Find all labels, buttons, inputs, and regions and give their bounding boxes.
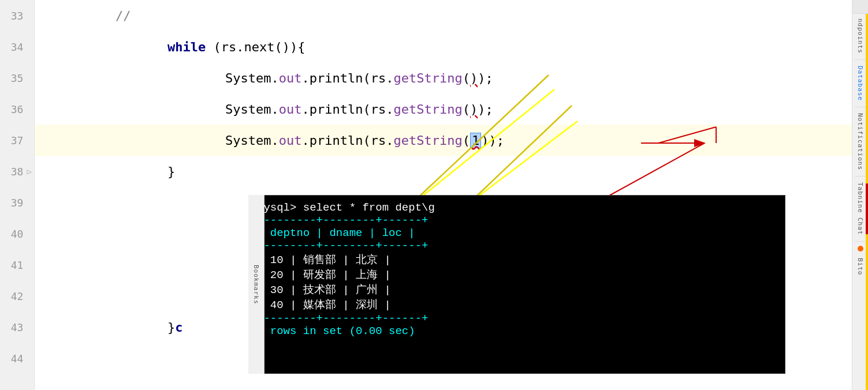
bookmarks-label: Bookmarks: [252, 265, 260, 305]
editor-container: ⚠3 △7 △2 ✓3 ∧∨ 33 34 35 36 37 38 ▷ 39 40…: [0, 0, 868, 390]
terminal-row-2: | 20 | 研发部 | 上海 |: [257, 267, 777, 282]
line-40: 40: [0, 218, 34, 249]
line-numbers: 33 34 35 36 37 38 ▷ 39 40 41 42 43 44: [0, 0, 35, 390]
terminal-footer: 4 rows in set (0.00 sec): [257, 325, 777, 337]
code-line-36: System.out.println(rs.getString());: [35, 93, 852, 125]
highlight-param: 1: [470, 133, 481, 148]
terminal-header: | deptno | dname | loc |: [257, 227, 777, 239]
code-line-38: }: [35, 156, 852, 187]
line-38: 38 ▷: [0, 156, 34, 187]
system-text-37: System.out.println(rs.getString(1));: [225, 133, 504, 148]
line-33: 33: [0, 0, 34, 31]
while-rest: (rs.next()){: [206, 40, 305, 54]
system-text-36: System.out.println(rs.getString());: [225, 102, 493, 117]
line-43: 43: [0, 312, 34, 343]
code-line-37: System.out.println(rs.getString(1));: [35, 125, 852, 156]
code-line-35: System.out.println(rs.getString());: [35, 62, 852, 93]
terminal-row-4: | 40 | 媒体部 | 深圳 |: [257, 297, 777, 312]
line-39: 39: [0, 187, 34, 218]
comment-text: //: [116, 9, 131, 23]
code-area: 手动提交事务 通过字段来拿 值 拿数据 // while (rs.next())…: [35, 0, 852, 390]
code-line-34: while (rs.next()){: [35, 31, 852, 62]
terminal-sep2: +--------+--------+------+: [257, 239, 777, 252]
line-36: 36: [0, 93, 34, 125]
bookmarks-strip: Bookmarks: [248, 195, 265, 374]
code-43-c: c: [175, 320, 182, 335]
terminal-window: mysql> select * from dept\g +--------+--…: [248, 195, 785, 374]
close-brace-43: }: [167, 320, 175, 335]
line-44: 44: [0, 343, 34, 374]
terminal-prompt-text: mysql> select * from dept\g: [257, 201, 435, 214]
terminal-row-3: | 30 | 技术部 | 广州 |: [257, 282, 777, 297]
sidebar-item-notifications[interactable]: Notifications: [855, 108, 865, 175]
line-34: 34: [0, 31, 34, 62]
code-line-33: //: [35, 0, 852, 31]
terminal-sep3: +--------+--------+------+: [257, 312, 777, 325]
system-text-35: System.out.println(rs.getString());: [225, 71, 493, 85]
line-42: 42: [0, 280, 34, 312]
sidebar-item-database[interactable]: Database: [855, 61, 865, 106]
terminal-prompt-line: mysql> select * from dept\g: [257, 201, 777, 214]
terminal-sep1: +--------+--------+------+: [257, 214, 777, 227]
sidebar-item-tabnine[interactable]: Tabnine Chat: [855, 178, 865, 239]
terminal-row-1: | 10 | 销售部 | 北京 |: [257, 252, 777, 267]
close-brace-38: }: [167, 164, 175, 179]
line-35: 35: [0, 62, 34, 93]
bito-dot: [858, 246, 863, 252]
sidebar-item-ndpoints[interactable]: ndpoints: [855, 14, 865, 58]
line-41: 41: [0, 249, 34, 280]
while-keyword: while: [167, 40, 206, 54]
line-37: 37: [0, 125, 34, 156]
sidebar-item-bito[interactable]: Bito: [855, 253, 865, 280]
right-sidebar: ndpoints Database Notifications Tabnine …: [852, 0, 868, 390]
